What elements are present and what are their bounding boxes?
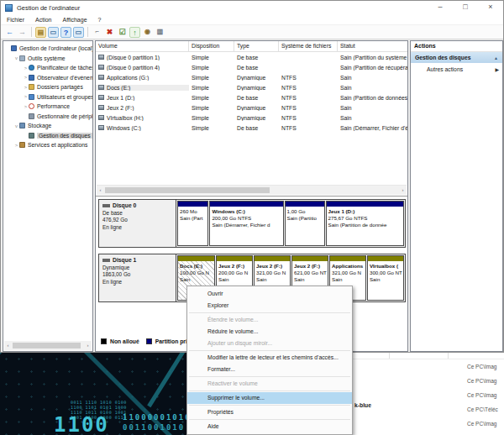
column-header-disposition[interactable]: Disposition — [189, 41, 234, 51]
delete-icon[interactable]: ✖ — [104, 27, 115, 38]
volume-type: Dynamique — [234, 105, 279, 111]
volume-row[interactable]: (Disque 0 partition 4) Simple De base Sa… — [96, 62, 407, 72]
volume-row[interactable]: VIrtualbox (H:) Simple Dynamique NTFS Sa… — [96, 113, 407, 123]
explorer-row[interactable]: Ce PC\Imag — [467, 392, 496, 398]
menu-item-aide[interactable]: Aide — [187, 421, 352, 432]
tree-item-performance[interactable]: > Performance — [3, 102, 92, 112]
actions-group-disk-management[interactable]: Gestion des disques ▲ — [411, 52, 502, 63]
search-icon[interactable]: ◉ — [142, 27, 153, 38]
column-header-filesystem[interactable]: Système de fichiers — [279, 41, 338, 51]
volume-icon — [98, 65, 104, 70]
help-icon[interactable]: ? — [60, 27, 71, 38]
menu-affichage[interactable]: Affichage — [62, 17, 87, 23]
menu-item-reactiver-volume: Réactiver le volume — [187, 378, 352, 390]
scroll-left-icon[interactable]: ‹ — [4, 341, 12, 350]
column-header-type[interactable]: Type — [234, 41, 279, 51]
tree-item-task-scheduler[interactable]: > Planificateur de tâches — [3, 63, 92, 73]
partition[interactable]: VIrtualbox (300,00 Go NTSain — [367, 255, 404, 301]
tree-item-computer-management[interactable]: Gestion de l'ordinateur (local) — [3, 44, 92, 54]
explorer-row[interactable]: Ce PC\Imag — [467, 364, 496, 369]
collapse-icon[interactable]: ▲ — [494, 55, 498, 60]
menu-fichier[interactable]: Fichier — [7, 17, 24, 23]
console-window-icon[interactable]: ▭ — [48, 27, 59, 38]
close-button[interactable]: × — [478, 1, 503, 14]
disk-1-info[interactable]: Disque 1 Dynamique 1863,00 Go En ligne — [99, 254, 176, 301]
scrollbar-thumb[interactable] — [105, 187, 270, 193]
volume-row[interactable]: Applications (G:) Simple Dynamique NTFS … — [96, 72, 407, 82]
volume-row[interactable]: Windows (C:) Simple De base NTFS Sain (D… — [96, 123, 407, 133]
tree-item-device-manager[interactable]: Gestionnaire de périphé — [3, 112, 92, 122]
scroll-left-icon[interactable]: ‹ — [97, 186, 104, 195]
partition-name: Windows (C:) — [212, 208, 281, 215]
partition[interactable]: Windows (C:)200,00 Go NTFSSain (Démarrer… — [209, 201, 283, 246]
scroll-right-icon[interactable]: › — [399, 186, 407, 195]
expander-icon[interactable]: > — [23, 85, 29, 90]
menu-item-proprietes[interactable]: Propriétés — [187, 406, 352, 418]
volume-type: De base — [234, 65, 279, 71]
expander-icon[interactable]: > — [23, 75, 29, 80]
forward-icon[interactable]: → — [17, 27, 28, 38]
tree-item-shared-folders[interactable]: > Dossiers partagés — [3, 82, 92, 92]
minimize-button[interactable]: – — [428, 1, 453, 14]
disk-type: De base — [102, 210, 172, 218]
volume-row-selected[interactable]: Docs (E:) Simple Dynamique NTFS Sain — [96, 82, 407, 92]
tree-item-disk-management[interactable]: Gestion des disques — [3, 131, 92, 141]
tree-horizontal-scrollbar[interactable]: ‹ › — [4, 341, 92, 350]
volume-status: Sain (Partition de données de base) — [338, 95, 408, 101]
back-icon[interactable]: ← — [4, 27, 15, 38]
toolbar: ← → ▤ ▭ ? ▭ ⌐ ✖ ☑ ↑ ◉ ▥ — [1, 24, 503, 39]
tree-item-system-tools[interactable]: v Outils système — [3, 54, 92, 64]
volume-row[interactable]: Jeux 2 (F:) Simple Dynamique NTFS Sain — [96, 102, 407, 113]
expander-icon[interactable]: > — [13, 143, 19, 148]
explorer-file-name[interactable]: k-blue — [354, 402, 371, 408]
tree-label: Performance — [37, 103, 70, 109]
explorer-row[interactable]: Ce PC\Imag — [467, 421, 496, 427]
menu-item-supprimer-volume[interactable]: Supprimer le volume... — [187, 392, 352, 404]
column-header-status[interactable]: Statut — [338, 41, 407, 51]
menu-help[interactable]: ? — [98, 17, 102, 23]
volume-status: Sain (Partition de récupération) — [338, 65, 408, 71]
volume-type: De base — [234, 125, 279, 131]
partition[interactable]: 1,00 GoSain (Partitio — [285, 201, 325, 246]
expander-icon[interactable]: > — [23, 94, 29, 99]
menu-action[interactable]: Action — [35, 17, 51, 23]
explorer-row[interactable]: Ce PC\Imag — [467, 378, 496, 384]
console-window-alt-icon[interactable]: ▭ — [73, 27, 84, 38]
check-icon[interactable]: ☑ — [117, 27, 128, 38]
volume-type: Dynamique — [234, 75, 279, 81]
expander-icon[interactable]: v — [13, 123, 19, 128]
partition-name: Jeux 1 (D:) — [328, 208, 402, 215]
partition[interactable]: 260 MoSain (Part — [177, 201, 208, 246]
menu-item-ouvrir[interactable]: Ouvrir — [187, 288, 352, 300]
remote-icon[interactable]: ⌐ — [92, 27, 102, 38]
actions-item-more-actions[interactable]: Autres actions ▶ — [411, 63, 502, 75]
tree-item-event-viewer[interactable]: > Observateur d'événeme — [3, 73, 92, 83]
tree-item-services-applications[interactable]: > Services et applications — [3, 140, 92, 150]
maximize-button[interactable]: □ — [453, 1, 478, 14]
column-header-volume[interactable]: Volume — [96, 41, 189, 51]
disk-0-info[interactable]: Disque 0 De base 476,92 Go En ligne — [99, 200, 176, 247]
properties-icon[interactable]: ▥ — [155, 27, 165, 38]
computer-icon — [11, 45, 17, 51]
scroll-right-icon[interactable]: › — [84, 341, 92, 350]
export-icon[interactable]: ▤ — [35, 27, 46, 38]
menu-item-formater[interactable]: Formater... — [187, 364, 352, 375]
tree-item-storage[interactable]: v Stockage — [3, 121, 92, 131]
menu-item-explorer[interactable]: Explorer — [187, 300, 352, 312]
partition-status: Sain — [256, 276, 288, 283]
explorer-row[interactable]: Ce PC\Téléc — [467, 406, 498, 412]
menu-item-reduire-volume[interactable]: Réduire le volume... — [187, 326, 352, 338]
scrollbar-thumb[interactable] — [13, 343, 81, 349]
volume-row[interactable]: (Disque 0 partition 1) Simple De base Sa… — [96, 52, 407, 62]
up-icon[interactable]: ↑ — [129, 27, 140, 38]
volume-list-horizontal-scrollbar[interactable]: ‹ › — [97, 185, 407, 195]
volume-row[interactable]: Jeux 1 (D:) Simple De base NTFS Sain (Pa… — [96, 92, 407, 102]
expander-icon[interactable]: > — [23, 66, 29, 71]
menu-item-modifier-lettre[interactable]: Modifier la lettre de lecteur et les che… — [187, 352, 352, 364]
menu-bar: Fichier Action Affichage ? — [1, 14, 503, 24]
console-tree: Gestion de l'ordinateur (local) v Outils… — [3, 41, 92, 150]
tree-item-local-users-groups[interactable]: > Utilisateurs et groupes l — [3, 92, 92, 102]
expander-icon[interactable]: > — [23, 104, 29, 109]
expander-icon[interactable]: v — [13, 55, 19, 60]
partition[interactable]: Jeux 1 (D:)275,67 Go NTFSSain (Partition… — [326, 201, 404, 246]
